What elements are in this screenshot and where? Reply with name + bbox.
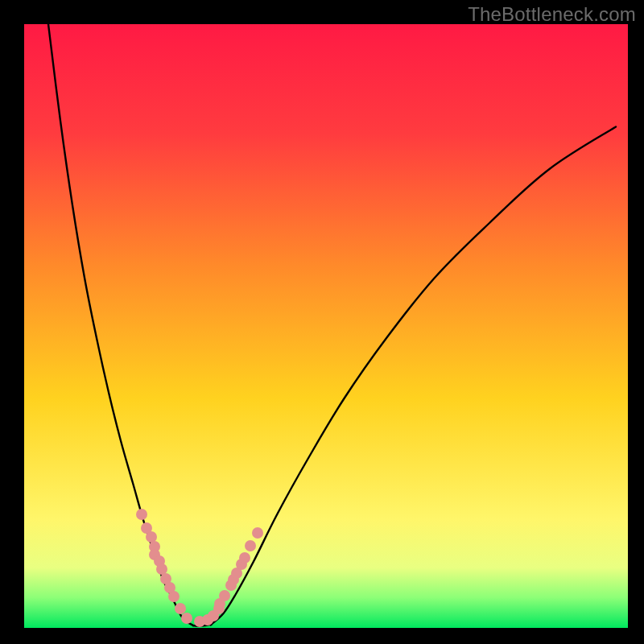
highlight-dot bbox=[245, 540, 256, 551]
chart-frame: TheBottleneck.com bbox=[0, 0, 644, 644]
plot-area bbox=[24, 24, 628, 628]
highlight-dot bbox=[136, 509, 147, 520]
highlight-dot bbox=[181, 613, 192, 624]
highlight-dot bbox=[168, 591, 180, 602]
highlight-dot bbox=[252, 527, 263, 539]
highlight-dot bbox=[239, 552, 250, 564]
bottleneck-curve bbox=[24, 24, 628, 628]
highlight-dot bbox=[219, 590, 230, 601]
watermark-text: TheBottleneck.com bbox=[468, 3, 636, 26]
